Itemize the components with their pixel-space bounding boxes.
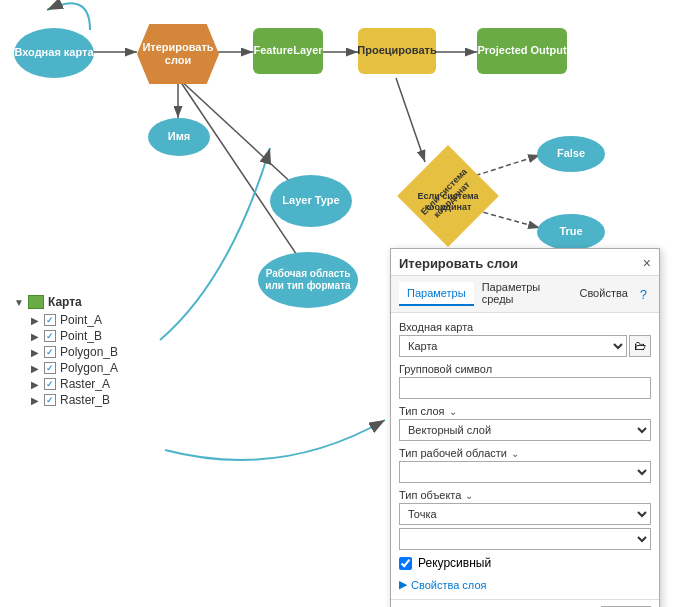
close-button[interactable]: ×	[643, 255, 651, 271]
layer-list-header: ▼ Карта	[14, 295, 118, 309]
dialog-title: Итерировать слои	[399, 256, 518, 271]
workspace-type-expand[interactable]: ⌄	[511, 448, 519, 459]
recursive-row: Рекурсивный	[399, 556, 651, 570]
node-name: Имя	[148, 118, 210, 156]
node-true: True	[537, 214, 605, 250]
list-item: ▶ ✓ Raster_B	[14, 393, 118, 407]
input-map-label: Входная карта	[399, 321, 651, 333]
svg-line-8	[178, 78, 307, 270]
tab-env-params[interactable]: Параметры среды	[474, 276, 572, 312]
layer-type-select[interactable]: Векторный слой	[399, 419, 651, 441]
workspace-type-select[interactable]	[399, 461, 651, 483]
layer-list-title: Карта	[48, 295, 82, 309]
node-false: False	[537, 136, 605, 172]
node-workspace: Рабочая область или тип формата	[258, 252, 358, 308]
dialog-tabs: Параметры Параметры среды Свойства ?	[391, 276, 659, 313]
list-item: ▶ ✓ Polygon_B	[14, 345, 118, 359]
input-map-field-row: Карта 🗁	[399, 335, 651, 357]
svg-line-9	[396, 78, 425, 162]
node-project: Проецировать	[358, 28, 436, 74]
node-incoming-map: Входная карта	[14, 28, 94, 78]
iterate-layers-dialog: Итерировать слои × Параметры Параметры с…	[390, 248, 660, 607]
folder-button[interactable]: 🗁	[629, 335, 651, 357]
list-item: ▶ ✓ Point_B	[14, 329, 118, 343]
tab-parameters[interactable]: Параметры	[399, 282, 474, 306]
list-item: ▶ ✓ Polygon_A	[14, 361, 118, 375]
layer-list: ▼ Карта ▶ ✓ Point_A ▶ ✓ Point_B ▶ ✓ Poly…	[14, 295, 118, 409]
recursive-checkbox[interactable]	[399, 557, 412, 570]
node-feature-layer: FeatureLayer	[253, 28, 323, 74]
dialog-footer: OK	[391, 599, 659, 607]
group-symbol-label: Групповой символ	[399, 363, 651, 375]
feature-type-section: Тип объекта ⌄	[399, 489, 651, 501]
node-if-coord: Если система координат	[397, 145, 499, 247]
node-iterate-layers: Итерировать слои	[137, 24, 219, 84]
layer-type-section: Тип слоя ⌄	[399, 405, 651, 417]
layer-properties-link[interactable]: ▶ Свойства слоя	[399, 578, 651, 591]
node-layer-type: Layer Type	[270, 175, 352, 227]
group-symbol-input[interactable]	[399, 377, 651, 399]
feature-type-select-2[interactable]	[399, 528, 651, 550]
help-button[interactable]: ?	[636, 282, 651, 307]
workspace-type-section: Тип рабочей области ⌄	[399, 447, 651, 459]
layer-type-expand[interactable]: ⌄	[449, 406, 457, 417]
dialog-body: Входная карта Карта 🗁 Групповой символ Т…	[391, 313, 659, 599]
dialog-header: Итерировать слои ×	[391, 249, 659, 276]
layer-items-container: ▶ ✓ Point_A ▶ ✓ Point_B ▶ ✓ Polygon_B ▶ …	[14, 313, 118, 407]
map-icon	[28, 295, 44, 309]
tab-properties[interactable]: Свойства	[571, 282, 635, 306]
list-item: ▶ ✓ Raster_A	[14, 377, 118, 391]
list-item: ▶ ✓ Point_A	[14, 313, 118, 327]
recursive-label: Рекурсивный	[418, 556, 491, 570]
feature-type-expand[interactable]: ⌄	[465, 490, 473, 501]
node-projected-output: Projected Output	[477, 28, 567, 74]
feature-type-select-1[interactable]: Точка	[399, 503, 651, 525]
input-map-select[interactable]: Карта	[399, 335, 627, 357]
